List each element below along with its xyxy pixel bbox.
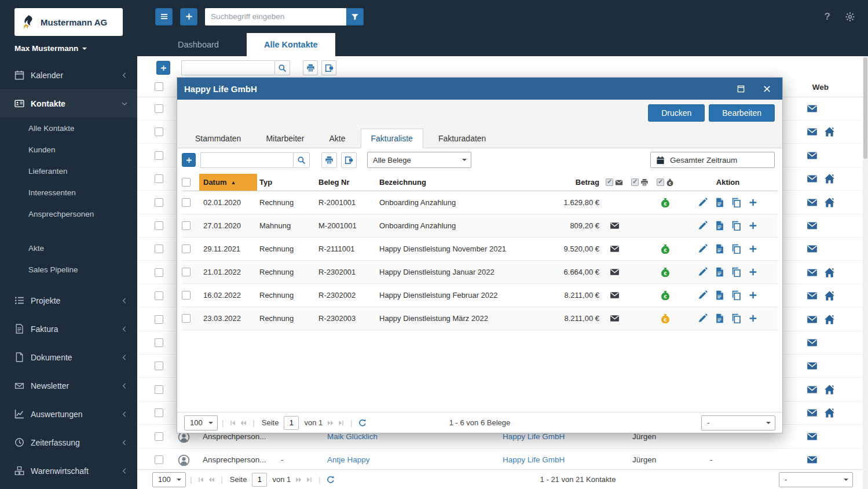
row-select-checkbox[interactable] bbox=[155, 338, 163, 347]
send-mail-icon[interactable] bbox=[807, 103, 818, 114]
edit-icon[interactable] bbox=[698, 313, 708, 323]
pdf-icon[interactable] bbox=[715, 198, 724, 207]
invoice-row[interactable]: 21.01.2022RechnungR-2302001Happy Dienstl… bbox=[182, 261, 778, 284]
sidebar-item-kunden[interactable]: Kunden bbox=[0, 139, 137, 160]
row-select-checkbox[interactable] bbox=[155, 221, 163, 230]
first-page-button[interactable] bbox=[197, 476, 204, 483]
select-all-checkbox[interactable] bbox=[155, 82, 163, 91]
sidebar-item-kalender[interactable]: Kalender bbox=[0, 61, 137, 89]
last-page-button[interactable] bbox=[338, 419, 345, 426]
copy-icon[interactable] bbox=[731, 267, 741, 277]
row-select-checkbox[interactable] bbox=[155, 291, 163, 300]
add-icon[interactable] bbox=[748, 290, 758, 300]
next-page-button[interactable] bbox=[327, 419, 334, 426]
website-icon[interactable] bbox=[824, 197, 835, 208]
modal-header[interactable]: Happy Life GmbH bbox=[177, 78, 782, 100]
menu-toggle-button[interactable] bbox=[155, 8, 173, 25]
column-header-typ[interactable]: Typ bbox=[257, 174, 316, 191]
send-mail-icon[interactable] bbox=[807, 243, 818, 254]
page-input[interactable] bbox=[252, 473, 267, 487]
global-search-input[interactable] bbox=[205, 8, 346, 25]
contact-name-link[interactable]: Antje Happy bbox=[327, 448, 370, 472]
column-header-beleg-nr[interactable]: Beleg Nr bbox=[316, 174, 376, 191]
sidebar-item-akte[interactable]: Akte bbox=[0, 238, 137, 259]
global-add-button[interactable] bbox=[180, 8, 197, 25]
send-mail-icon[interactable] bbox=[807, 150, 818, 161]
row-select-checkbox[interactable] bbox=[155, 385, 163, 394]
tab-alle-kontakte[interactable]: Alle Kontakte bbox=[247, 33, 335, 56]
sidebar-item-auswertungen[interactable]: Auswertungen bbox=[0, 400, 137, 428]
row-select-checkbox[interactable] bbox=[155, 198, 163, 207]
help-button[interactable]: ? bbox=[825, 11, 830, 23]
add-icon[interactable] bbox=[748, 244, 758, 254]
add-icon[interactable] bbox=[748, 221, 758, 231]
sidebar-item-warenwirtschaft[interactable]: Warenwirtschaft bbox=[0, 457, 137, 485]
group-select[interactable]: - bbox=[779, 472, 853, 487]
website-icon[interactable] bbox=[824, 173, 835, 184]
row-select-checkbox[interactable] bbox=[155, 151, 163, 160]
edit-icon[interactable] bbox=[698, 198, 708, 207]
add-icon[interactable] bbox=[748, 313, 758, 323]
sidebar-item-kontakte[interactable]: Kontakte bbox=[0, 89, 137, 118]
invoice-row[interactable]: 23.03.2022RechnungR-2302003Happy Dienstl… bbox=[182, 307, 778, 330]
website-icon[interactable] bbox=[824, 384, 835, 395]
company-logo[interactable]: Mustermann AG bbox=[14, 8, 123, 36]
export-invoices-button[interactable] bbox=[341, 152, 357, 168]
page-input[interactable] bbox=[284, 416, 299, 430]
copy-icon[interactable] bbox=[731, 221, 741, 231]
maximize-icon[interactable] bbox=[737, 85, 745, 93]
send-mail-icon[interactable] bbox=[807, 197, 818, 208]
sidebar-item-faktura[interactable]: Faktura bbox=[0, 315, 137, 343]
invoice-select-checkbox[interactable] bbox=[182, 314, 191, 323]
print-list-button[interactable] bbox=[303, 60, 318, 75]
copy-icon[interactable] bbox=[731, 313, 741, 323]
page-size-select[interactable]: 100 bbox=[152, 472, 186, 487]
sidebar-item-projekte[interactable]: Projekte bbox=[0, 286, 137, 315]
send-mail-icon[interactable] bbox=[807, 337, 818, 348]
column-header-bezeichnung[interactable]: Bezeichnung bbox=[376, 174, 544, 191]
send-mail-icon[interactable] bbox=[807, 220, 818, 231]
first-page-button[interactable] bbox=[229, 419, 236, 426]
send-mail-icon[interactable] bbox=[807, 360, 818, 371]
pdf-icon[interactable] bbox=[715, 267, 724, 277]
send-mail-icon[interactable] bbox=[807, 314, 818, 325]
modal-tab-fakturadaten[interactable]: Fakturadaten bbox=[428, 129, 496, 148]
select-all-mail-checkbox[interactable] bbox=[606, 178, 613, 186]
close-icon[interactable] bbox=[763, 85, 771, 93]
add-invoice-button[interactable] bbox=[182, 153, 196, 167]
beleg-filter-select[interactable]: Alle Belege bbox=[367, 152, 471, 168]
row-select-checkbox[interactable] bbox=[155, 127, 163, 136]
bearbeiten-button[interactable]: Bearbeiten bbox=[709, 104, 775, 122]
sidebar-item-zeiterfassung[interactable]: Zeiterfassung bbox=[0, 428, 137, 457]
prev-page-button[interactable] bbox=[240, 419, 247, 426]
sidebar-item-alle-kontakte[interactable]: Alle Kontakte bbox=[0, 118, 137, 139]
filter-button[interactable] bbox=[346, 8, 364, 25]
group-select[interactable]: - bbox=[701, 415, 775, 430]
date-range-select[interactable]: Gesamter Zeitraum bbox=[650, 152, 775, 168]
row-select-checkbox[interactable] bbox=[155, 315, 163, 324]
invoice-row[interactable]: 02.01.2020RechnungR-2001001Onboarding An… bbox=[182, 191, 778, 214]
print-invoices-button[interactable] bbox=[321, 152, 337, 168]
pdf-icon[interactable] bbox=[715, 290, 724, 300]
website-icon[interactable] bbox=[824, 267, 835, 278]
contacts-search-input[interactable] bbox=[181, 60, 274, 75]
row-select-checkbox[interactable] bbox=[155, 408, 163, 417]
select-all-payment-checkbox[interactable] bbox=[657, 178, 664, 186]
add-icon[interactable] bbox=[748, 198, 758, 207]
edit-icon[interactable] bbox=[698, 244, 708, 254]
row-select-checkbox[interactable] bbox=[155, 268, 163, 277]
invoice-row[interactable]: 27.01.2020MahnungM-2001001Onboarding Anz… bbox=[182, 214, 778, 238]
send-mail-icon[interactable] bbox=[807, 407, 818, 418]
prev-page-button[interactable] bbox=[208, 476, 215, 483]
tab-dashboard[interactable]: Dashboard bbox=[160, 33, 236, 56]
row-select-checkbox[interactable] bbox=[155, 244, 163, 253]
row-select-checkbox[interactable] bbox=[155, 174, 163, 183]
modal-tab-mitarbeiter[interactable]: Mitarbeiter bbox=[256, 129, 314, 148]
vertical-scrollbar[interactable] bbox=[863, 56, 868, 489]
column-header-betrag[interactable]: Betrag bbox=[544, 174, 602, 191]
edit-icon[interactable] bbox=[698, 267, 708, 277]
user-menu[interactable]: Max Mustermann bbox=[0, 36, 137, 53]
sidebar-item-ansprechpersonen[interactable]: Ansprechpersonen bbox=[0, 203, 137, 225]
send-mail-icon[interactable] bbox=[807, 267, 818, 278]
edit-icon[interactable] bbox=[698, 221, 708, 231]
